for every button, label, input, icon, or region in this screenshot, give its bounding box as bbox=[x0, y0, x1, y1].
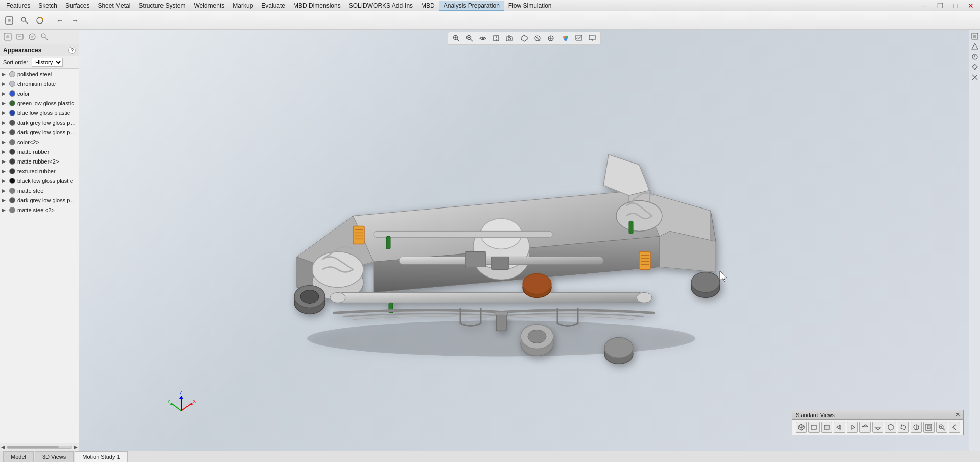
sv-close-button[interactable]: ✕ bbox=[955, 411, 960, 418]
vt-sep-2 bbox=[558, 34, 558, 42]
svg-rect-54 bbox=[374, 231, 552, 237]
list-item[interactable]: ▶green low gloss plastic bbox=[0, 98, 79, 108]
sv-zoom-area[interactable] bbox=[936, 422, 947, 433]
svg-point-10 bbox=[41, 34, 45, 38]
prev-button[interactable]: ← bbox=[53, 13, 67, 28]
vt-zoom-in[interactable] bbox=[450, 33, 462, 43]
tab-model[interactable]: Model bbox=[3, 451, 34, 463]
sv-previous[interactable] bbox=[949, 422, 960, 433]
toolbar-separator-1 bbox=[50, 14, 50, 27]
svg-text:Y: Y bbox=[167, 399, 170, 404]
menu-flow-simulation[interactable]: Flow Simulation bbox=[504, 1, 556, 10]
svg-rect-65 bbox=[386, 236, 390, 249]
menu-markup[interactable]: Markup bbox=[228, 1, 257, 10]
list-item[interactable]: ▶blue low gloss plastic bbox=[0, 108, 79, 118]
svg-point-79 bbox=[604, 337, 633, 358]
svg-point-113 bbox=[974, 58, 975, 59]
vt-view[interactable] bbox=[477, 33, 489, 43]
sv-left[interactable] bbox=[834, 422, 845, 433]
lt-btn-1[interactable] bbox=[2, 31, 13, 42]
vt-hide-show[interactable] bbox=[531, 33, 544, 43]
sv-top[interactable] bbox=[859, 422, 871, 433]
svg-point-74 bbox=[691, 272, 720, 292]
close-button[interactable]: ✕ bbox=[964, 0, 978, 13]
list-item[interactable]: ▶matte rubber<2> bbox=[0, 156, 79, 166]
vt-appearance[interactable] bbox=[559, 33, 572, 43]
list-item[interactable]: ▶chromium plate bbox=[0, 79, 79, 88]
lt-btn-2[interactable] bbox=[14, 31, 26, 42]
rotate-tool-button[interactable] bbox=[33, 13, 47, 28]
minimize-button[interactable]: ─ bbox=[918, 0, 932, 13]
svg-point-52 bbox=[637, 292, 652, 303]
vt-scene[interactable] bbox=[573, 33, 585, 43]
list-item[interactable]: ▶color<2> bbox=[0, 137, 79, 147]
sv-right[interactable] bbox=[847, 422, 858, 433]
menu-evaluate[interactable]: Evaluate bbox=[257, 1, 289, 10]
viewport[interactable]: X Y Z Standard Views ✕ bbox=[79, 30, 969, 451]
list-item[interactable]: ▶matte steel<2> bbox=[0, 205, 79, 215]
menu-sketch[interactable]: Sketch bbox=[34, 1, 61, 10]
tab-3d-views[interactable]: 3D Views bbox=[35, 451, 74, 463]
menu-solidworks-addins[interactable]: SOLIDWORKS Add-Ins bbox=[345, 1, 417, 10]
lt-btn-3[interactable] bbox=[27, 31, 38, 42]
menu-mbd[interactable]: MBD bbox=[417, 1, 439, 10]
sv-bottom[interactable] bbox=[872, 422, 883, 433]
vt-view-orient[interactable] bbox=[545, 33, 557, 43]
next-button[interactable]: → bbox=[68, 13, 82, 28]
vt-camera[interactable] bbox=[503, 33, 516, 43]
select-tool-button[interactable] bbox=[2, 13, 16, 28]
scroll-left-arrow[interactable]: ◀ bbox=[1, 444, 5, 450]
vt-zoom-out[interactable] bbox=[463, 33, 476, 43]
scroll-right-arrow[interactable]: ▶ bbox=[74, 444, 78, 450]
menu-surfaces[interactable]: Surfaces bbox=[61, 1, 94, 10]
menu-mbd-dimensions[interactable]: MBD Dimensions bbox=[289, 1, 345, 10]
sv-front[interactable] bbox=[808, 422, 820, 433]
svg-rect-60 bbox=[639, 251, 650, 269]
svg-point-6 bbox=[6, 35, 9, 38]
sv-back[interactable] bbox=[821, 422, 832, 433]
rs-btn-2[interactable] bbox=[970, 42, 979, 51]
list-item[interactable]: ▶dark grey low gloss pla... bbox=[0, 118, 79, 127]
tab-motion-study[interactable]: Motion Study 1 bbox=[75, 451, 127, 463]
list-item[interactable]: ▶black low gloss plastic bbox=[0, 176, 79, 186]
rs-btn-3[interactable] bbox=[970, 52, 979, 61]
restore-button[interactable]: ❐ bbox=[933, 0, 947, 13]
rs-btn-5[interactable] bbox=[970, 73, 979, 82]
menu-structure-system[interactable]: Structure System bbox=[134, 1, 190, 10]
vt-monitor[interactable] bbox=[586, 33, 598, 43]
rs-btn-1[interactable] bbox=[970, 32, 979, 41]
lt-btn-search[interactable] bbox=[39, 31, 50, 42]
menu-sheet-metal[interactable]: Sheet Metal bbox=[94, 1, 134, 10]
sv-dimetric[interactable] bbox=[885, 422, 896, 433]
list-item[interactable]: ▶color bbox=[0, 88, 79, 98]
list-item[interactable]: ▶dark grey low gloss pla... bbox=[0, 195, 79, 205]
standard-views-panel: Standard Views ✕ bbox=[792, 410, 964, 435]
list-item[interactable]: ▶polished steel bbox=[0, 69, 79, 79]
sv-isometric[interactable] bbox=[796, 422, 807, 433]
sort-order-select[interactable]: History Name Type bbox=[32, 58, 63, 67]
list-item[interactable]: ▶textured rubber bbox=[0, 166, 79, 176]
menu-analysis-preparation[interactable]: Analysis Preparation bbox=[439, 1, 504, 11]
maximize-button[interactable]: □ bbox=[948, 0, 963, 13]
sv-zoom-to-fit[interactable] bbox=[923, 422, 935, 433]
help-button[interactable]: ? bbox=[68, 47, 76, 54]
svg-line-104 bbox=[943, 428, 945, 430]
list-item[interactable]: ▶dark grey low gloss pla... bbox=[0, 127, 79, 137]
sv-normal-to[interactable] bbox=[911, 422, 922, 433]
left-scroll-bar[interactable]: ◀ ▶ bbox=[0, 443, 79, 451]
toolbar: ← → bbox=[0, 11, 980, 30]
list-item[interactable]: ▶matte steel bbox=[0, 186, 79, 195]
vt-display-style[interactable] bbox=[518, 33, 530, 43]
menu-weldments[interactable]: Weldments bbox=[190, 1, 228, 10]
menu-features[interactable]: Features bbox=[2, 1, 34, 10]
svg-rect-83 bbox=[495, 312, 508, 315]
status-bar: Model 3D Views Motion Study 1 bbox=[0, 451, 980, 462]
rs-btn-4[interactable] bbox=[970, 62, 979, 72]
svg-rect-55 bbox=[353, 226, 364, 244]
zoom-tool-button[interactable] bbox=[17, 13, 32, 28]
list-item[interactable]: ▶matte rubber bbox=[0, 147, 79, 156]
svg-rect-80 bbox=[465, 251, 486, 267]
svg-rect-98 bbox=[824, 425, 829, 429]
sv-trimetric[interactable] bbox=[898, 422, 909, 433]
vt-section[interactable] bbox=[490, 33, 502, 43]
